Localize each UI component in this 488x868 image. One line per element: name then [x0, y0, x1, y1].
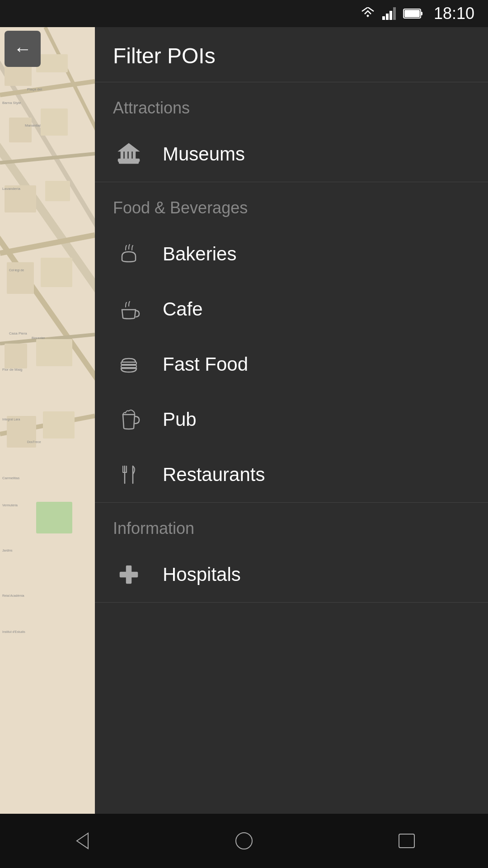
status-bar: 18:10 — [0, 0, 488, 27]
back-button[interactable]: ← — [5, 31, 41, 67]
svg-rect-6 — [404, 10, 420, 17]
menu-item-museums[interactable]: Museums — [95, 127, 488, 182]
museums-label: Museums — [163, 143, 245, 165]
section-title-attractions: Attractions — [95, 82, 488, 127]
svg-text:▪: ▪ — [36, 526, 38, 530]
svg-rect-1 — [386, 14, 389, 20]
nav-back-button[interactable] — [54, 823, 108, 859]
panel-title: Filter POIs — [113, 44, 216, 68]
cafe-label: Cafe — [163, 298, 203, 320]
bakeries-label: Bakeries — [163, 243, 236, 265]
signal-icon — [382, 7, 397, 20]
svg-text:Biocenter: Biocenter — [32, 336, 45, 340]
back-arrow-icon: ← — [14, 39, 32, 59]
svg-rect-0 — [382, 16, 385, 20]
svg-rect-56 — [121, 365, 136, 368]
svg-text:Lavandería: Lavandería — [2, 187, 21, 191]
svg-rect-25 — [41, 258, 72, 287]
svg-rect-68 — [399, 834, 414, 848]
museum-icon — [113, 138, 145, 170]
nav-recent-icon — [395, 830, 418, 852]
svg-marker-66 — [77, 833, 88, 849]
svg-rect-26 — [5, 344, 27, 368]
status-time: 18:10 — [434, 4, 474, 23]
battery-icon — [403, 8, 423, 19]
status-icons: 18:10 — [360, 4, 474, 23]
section-attractions: Attractions Museums — [95, 82, 488, 182]
svg-rect-23 — [45, 181, 70, 201]
svg-rect-50 — [121, 151, 123, 159]
svg-text:Flor de Maig: Flor de Maig — [2, 368, 22, 372]
bakery-icon — [113, 238, 145, 270]
svg-text:Barna Style: Barna Style — [2, 101, 21, 105]
svg-text:Plaça del: Plaça del — [27, 87, 42, 91]
svg-rect-3 — [393, 7, 396, 20]
svg-point-67 — [236, 833, 252, 849]
pub-label: Pub — [163, 409, 197, 430]
menu-item-restaurants[interactable]: Restaurants — [95, 447, 488, 502]
svg-rect-2 — [389, 11, 392, 20]
nav-recent-button[interactable] — [380, 823, 434, 859]
svg-marker-54 — [119, 144, 138, 151]
hospital-icon — [113, 559, 145, 590]
restaurants-label: Restaurants — [163, 464, 265, 486]
svg-text:Col·legi de: Col·legi de — [9, 269, 24, 272]
section-title-information: Information — [95, 503, 488, 547]
svg-rect-65 — [120, 572, 137, 577]
menu-item-cafe[interactable]: Cafe — [95, 282, 488, 337]
svg-text:Manantial: Manantial — [25, 123, 41, 127]
svg-rect-21 — [41, 108, 68, 136]
svg-text:Vermuteria: Vermuteria — [2, 504, 18, 507]
map-area: Bar Castells Barna Style Plaça del Manan… — [0, 27, 95, 841]
menu-item-pub[interactable]: Pub — [95, 392, 488, 447]
svg-rect-53 — [133, 151, 135, 159]
svg-text:Reial Acadèmia: Reial Acadèmia — [2, 594, 24, 597]
pub-icon — [113, 404, 145, 435]
svg-rect-55 — [121, 362, 136, 364]
svg-text:Carmelitas: Carmelitas — [2, 476, 19, 480]
section-food-beverages: Food & Beverages Bakeries — [95, 182, 488, 503]
nav-back-icon — [70, 830, 93, 852]
hospitals-label: Hospitals — [163, 564, 241, 585]
fast-food-label: Fast Food — [163, 354, 248, 375]
svg-text:Integral Lara: Integral Lara — [2, 418, 20, 421]
svg-text:Jardins: Jardins — [2, 549, 13, 552]
svg-text:Institut d'Estudis: Institut d'Estudis — [2, 630, 25, 633]
svg-rect-24 — [7, 262, 34, 294]
nav-bar — [0, 814, 488, 868]
panel-header: Filter POIs — [95, 27, 488, 82]
menu-item-fast-food[interactable]: Fast Food — [95, 337, 488, 392]
svg-rect-29 — [43, 411, 75, 439]
svg-rect-20 — [9, 118, 32, 142]
menu-item-hospitals[interactable]: Hospitals — [95, 547, 488, 602]
svg-rect-30 — [36, 502, 72, 533]
restaurant-icon — [113, 459, 145, 491]
wifi-icon — [360, 7, 376, 20]
map-canvas: Bar Castells Barna Style Plaça del Manan… — [0, 27, 95, 841]
cafe-icon — [113, 293, 145, 325]
nav-home-icon — [233, 830, 255, 852]
section-title-food: Food & Beverages — [95, 182, 488, 226]
svg-rect-27 — [36, 339, 72, 366]
menu-item-bakeries[interactable]: Bakeries — [95, 226, 488, 282]
svg-text:Casa Piera: Casa Piera — [9, 331, 27, 335]
section-information: Information Hospitals — [95, 503, 488, 603]
nav-home-button[interactable] — [217, 823, 271, 859]
svg-text:DosТгece: DosТгece — [27, 440, 41, 443]
svg-rect-5 — [421, 12, 422, 15]
svg-rect-52 — [129, 151, 131, 159]
filter-panel: Filter POIs Attractions Museums — [95, 27, 488, 868]
fastfood-icon — [113, 349, 145, 380]
svg-rect-19 — [36, 54, 68, 72]
svg-rect-51 — [125, 151, 127, 159]
